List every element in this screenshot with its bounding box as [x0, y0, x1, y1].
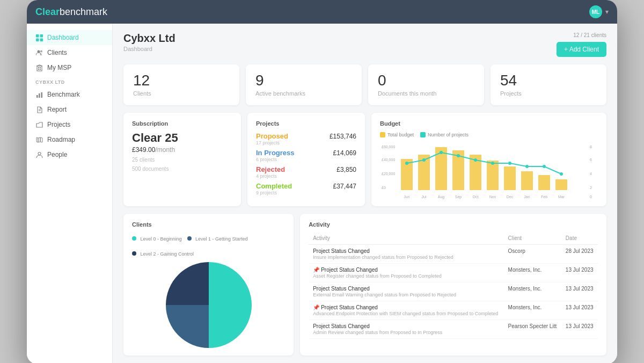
sidebar-label-dashboard: Dashboard: [47, 34, 79, 41]
svg-text:£40,000: £40,000: [382, 158, 395, 162]
table-row: 📌Project Status Changed Asset Register c…: [309, 264, 598, 282]
activity-cell-4: 📌Project Status Changed Advanced Endpoin…: [309, 301, 503, 320]
date-cell-4: 13 Jul 2023: [561, 301, 598, 320]
svg-text:Sep: Sep: [455, 195, 462, 199]
sidebar-label-clients: Clients: [47, 49, 67, 56]
table-row: Project Status Changed Insure implementa…: [309, 245, 598, 264]
add-client-button[interactable]: + Add Client: [557, 42, 606, 57]
subscription-card: Subscription Clear 25 £349.00/month 25 c…: [123, 113, 241, 206]
svg-text:Dec: Dec: [507, 195, 514, 199]
user-avatar[interactable]: ML: [589, 5, 602, 18]
sidebar-item-projects[interactable]: Projects: [27, 117, 112, 132]
svg-text:8: 8: [590, 145, 592, 149]
sidebar-item-clients[interactable]: Clients: [27, 45, 112, 60]
project-amount-completed: £37,447: [333, 183, 356, 190]
sidebar-label-roadmap: Roadmap: [47, 136, 75, 143]
svg-rect-37: [538, 175, 550, 190]
svg-text:Nov: Nov: [489, 195, 496, 199]
svg-text:£60,000: £60,000: [382, 145, 395, 149]
logo-bench: benchmark: [60, 6, 107, 18]
sidebar-section-client: CYBXX LTD: [27, 75, 112, 87]
svg-marker-17: [38, 137, 40, 142]
project-status-inprogress: In Progress 6 projects: [256, 149, 295, 162]
sidebar-label-people: People: [47, 151, 67, 158]
stat-number-projects: 54: [500, 73, 597, 88]
svg-point-45: [508, 162, 511, 165]
svg-text:Jan: Jan: [524, 195, 530, 199]
pin-icon: 📌: [313, 267, 319, 273]
page-breadcrumb: Dashboard: [123, 46, 175, 52]
svg-point-41: [440, 151, 443, 154]
map-icon: [35, 136, 43, 143]
legend-dot-projects: [420, 132, 426, 137]
project-row-completed: Completed 9 projects £37,447: [256, 182, 356, 195]
subscription-plan: Clear 25: [132, 132, 232, 144]
project-status-completed: Completed 9 projects: [256, 182, 292, 195]
stat-card-projects: 54 Projects: [491, 64, 606, 105]
client-count: 12 / 21 clients: [573, 32, 606, 38]
client-cell-5: Pearson Specter Litt: [504, 320, 561, 339]
legend-level1: Level 1 - Getting Started: [187, 233, 248, 243]
svg-point-42: [457, 154, 460, 157]
activity-cell-5: Project Status Changed Admin Review chan…: [309, 320, 503, 339]
project-row-inprogress: In Progress 6 projects £14,069: [256, 149, 356, 162]
legend-label-projects: Number of projects: [428, 132, 469, 137]
subscription-detail1: 25 clients: [132, 157, 232, 163]
sidebar-label-benchmark: Benchmark: [47, 91, 80, 98]
svg-rect-34: [487, 161, 499, 190]
activity-card: Activity Activity Client Date: [300, 214, 606, 355]
svg-text:6: 6: [590, 158, 592, 162]
legend-level0: Level 0 - Beginning: [132, 233, 182, 243]
svg-rect-0: [36, 34, 39, 38]
svg-text:0: 0: [590, 195, 592, 199]
svg-rect-9: [38, 69, 39, 70]
title-bar-right: ML ▾: [589, 5, 609, 18]
date-cell-1: 28 Jul 2023: [561, 245, 598, 264]
subscription-title: Subscription: [132, 120, 232, 127]
sidebar-item-mymsp[interactable]: My MSP: [27, 60, 112, 75]
sidebar-label-mymsp: My MSP: [47, 64, 71, 71]
stat-label-documents: Documents this month: [378, 90, 474, 97]
app-logo: Clear benchmark: [35, 6, 107, 18]
legend-total-budget: Total budget: [380, 132, 414, 137]
table-row: Project Status Changed Admin Review chan…: [309, 320, 598, 339]
stat-label-clients: Clients: [133, 90, 230, 97]
legend-dot-level1: [187, 236, 192, 241]
file-icon: [35, 106, 43, 113]
logo-clear: Clear: [35, 6, 60, 18]
svg-rect-7: [38, 67, 39, 68]
svg-text:Feb: Feb: [541, 195, 547, 199]
stat-card-benchmarks: 9 Active benchmarks: [246, 64, 362, 105]
pin-icon-2: 📌: [313, 304, 319, 310]
project-amount-rejected: £3,850: [336, 166, 356, 173]
sidebar-item-dashboard[interactable]: Dashboard: [27, 30, 112, 45]
sidebar-item-people[interactable]: People: [27, 147, 112, 162]
subscription-detail2: 500 documents: [132, 166, 232, 172]
stat-card-clients: 12 Clients: [123, 64, 239, 105]
svg-text:2: 2: [590, 186, 592, 190]
project-row-proposed: Proposed 17 projects £153,746: [256, 132, 356, 146]
budget-legend: Total budget Number of projects: [380, 132, 598, 137]
activity-cell-2: 📌Project Status Changed Asset Register c…: [309, 264, 503, 282]
stats-row: 12 Clients 9 Active benchmarks 0 Documen…: [123, 64, 606, 105]
legend-num-projects: Number of projects: [420, 132, 469, 137]
svg-text:£0: £0: [382, 186, 386, 190]
projects-card: Projects Proposed 17 projects £153,746 I…: [247, 113, 365, 206]
sidebar-item-benchmark[interactable]: Benchmark: [27, 87, 112, 102]
svg-point-47: [543, 165, 546, 168]
legend-dot-level2: [132, 251, 136, 256]
svg-rect-8: [40, 67, 41, 68]
folder-icon: [35, 121, 43, 128]
page-title: Cybxx Ltd: [123, 32, 175, 45]
table-row: Project Status Changed External Email Wa…: [309, 282, 598, 301]
project-row-rejected: Rejected 4 projects £3,850: [256, 165, 356, 179]
clients-legend: Level 0 - Beginning Level 1 - Getting St…: [132, 233, 285, 258]
activity-cell-1: Project Status Changed Insure implementa…: [309, 245, 503, 264]
svg-rect-2: [36, 38, 39, 41]
user-chevron[interactable]: ▾: [605, 8, 609, 16]
sidebar-label-projects: Projects: [47, 121, 70, 128]
client-cell-4: Monsters, Inc.: [504, 301, 561, 320]
sidebar-item-roadmap[interactable]: Roadmap: [27, 132, 112, 147]
subscription-price: £349.00/month: [132, 146, 232, 154]
sidebar-item-report[interactable]: Report: [27, 102, 112, 117]
